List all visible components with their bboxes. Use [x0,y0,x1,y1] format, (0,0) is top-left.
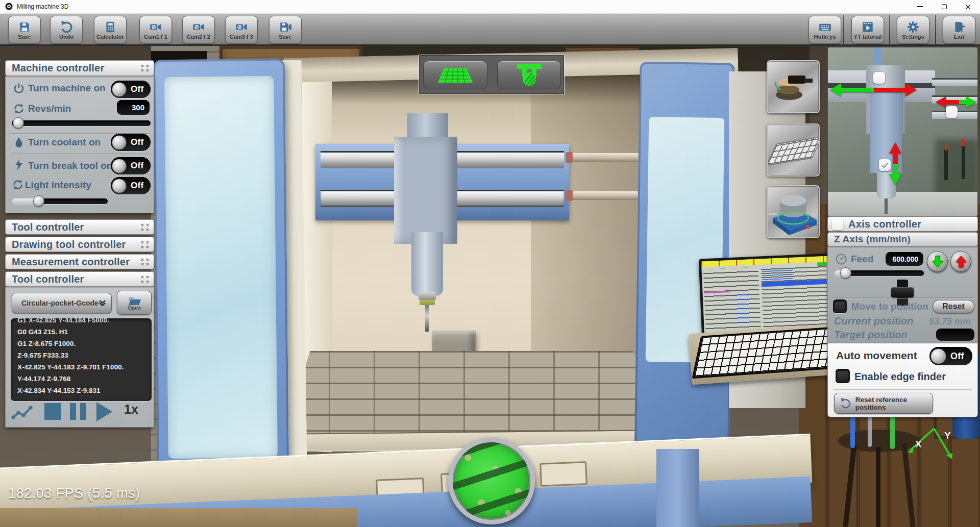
revs-value[interactable]: 300 [117,100,150,115]
drawing-tool-controller-collapsed[interactable]: Drawing tool controller [5,237,154,252]
open-button-label: Open [128,305,141,311]
thumbnail-edge-finder-tool[interactable] [767,60,820,113]
play-button[interactable] [96,402,112,421]
save-button[interactable]: Save [8,16,41,44]
footer-divider [834,389,972,390]
move-to-position-checkbox[interactable] [833,299,847,313]
yt-tutorial-button[interactable]: YT tutorial [851,16,884,44]
gcode-listing[interactable]: G1 X-42.825 Y-44.184 F5000. G0 G43 Z15. … [11,318,152,401]
machine-leg-right [656,449,699,527]
machine-controller-header[interactable]: Machine controller [5,60,154,76]
close-button[interactable] [957,0,979,13]
expand-collapse-icon[interactable] [140,241,150,248]
show-spindle-button[interactable] [497,61,561,89]
gcode-select-dropdown[interactable]: Circular-pocket-Gcode [12,293,112,313]
reset-button[interactable]: Reset [933,300,974,313]
thumbnail-rotary-table[interactable] [767,185,820,238]
light-slider-knob[interactable] [33,195,44,207]
expand-collapse-icon[interactable] [140,258,150,266]
target-position-input[interactable] [936,329,974,341]
show-table-button[interactable] [423,61,487,89]
edge-finder-checkbox[interactable] [836,369,850,383]
minimize-icon [917,6,923,7]
toggle-knob [930,348,946,364]
cam1-button[interactable]: Cam1 F1 [139,16,172,44]
exit-button[interactable]: Exit [943,16,975,44]
axis-controller-body: Feed 600.000 Move to position Reset Curr… [827,246,978,343]
cam3-button[interactable]: Cam3 F3 [225,16,258,44]
break-tool-toggle[interactable]: Off [111,157,151,174]
calculator-button[interactable]: Calculator [94,16,127,44]
machine-table [284,351,659,434]
revs-slider[interactable] [12,120,151,126]
coolant-label: Turn coolant on [28,137,101,148]
hotkeys-button[interactable]: Hotkeys [808,16,841,44]
axis-viewport[interactable] [827,47,978,216]
playback-speed[interactable]: 1x [124,402,138,417]
reset-reference-button[interactable]: Reset reference positions [834,393,933,414]
cam2-button[interactable]: Cam2 F2 [182,16,215,44]
cnc-screen-blue-numbers [734,292,751,323]
open-gcode-button[interactable]: Open [117,291,152,315]
auto-movement-toggle[interactable]: Off [929,347,972,365]
toggle-state: Off [131,84,143,94]
axis-controller-checkbox[interactable] [832,219,843,230]
settings-button[interactable]: Settings [897,16,929,44]
y-axis-checkbox[interactable] [946,106,958,118]
measurement-controller-collapsed[interactable]: Measurement controller [5,254,154,269]
divider [10,154,150,155]
feed-label: Feed [851,254,873,265]
gcode-line: G1 Z-8.675 F1000. [17,338,145,349]
tool-controller-collapsed[interactable]: Tool controller [5,219,154,235]
toolbar-button-label: Save [18,34,31,40]
z-axis-checkbox[interactable] [879,159,891,171]
expand-collapse-icon[interactable] [140,275,150,283]
maximize-icon [942,4,947,9]
spindle-tool [425,305,429,332]
titlebar: Milling machine 3D [0,0,980,13]
undo-button[interactable]: Undo [50,16,83,44]
x-axis-checkbox[interactable] [873,72,885,84]
stop-button[interactable] [44,403,61,420]
cnc-screen-left-text [703,267,761,334]
revs-slider-knob[interactable] [13,117,24,129]
z-up-button[interactable] [950,251,971,272]
feed-slider-knob[interactable] [840,267,851,279]
save-camera-button[interactable]: Save [269,16,302,44]
toolbar-button-label: Cam2 F2 [187,34,210,40]
minimize-button[interactable] [909,0,931,13]
axis-arrows-overlay[interactable] [828,47,978,216]
check-icon [881,162,889,168]
toolbar-button-label: Settings [902,34,924,40]
toggle-knob [112,159,127,173]
cnc-screen-blue-links [762,268,793,281]
thumbnail-keyboard[interactable] [767,123,820,177]
feed-slider[interactable] [834,270,924,276]
pause-button[interactable] [70,403,86,420]
coolant-toggle[interactable]: Off [111,134,151,151]
feed-value[interactable]: 600.000 [886,252,923,266]
feed-value-text: 600.000 [892,255,918,263]
revs-label: Revs/min [28,103,71,114]
maximize-button[interactable] [933,0,955,13]
expand-collapse-icon[interactable] [140,223,150,231]
gantry-rod-right-2 [569,191,641,200]
light-toggle[interactable]: Off [111,177,151,194]
machine-controller-body: Turn machine on Off Revs/min 300 Turn co… [5,76,154,213]
calculator-icon [104,20,117,34]
z-down-button[interactable] [927,251,948,272]
magnifier-lens [448,438,535,524]
video-player-icon [861,20,874,34]
light-slider[interactable] [12,198,108,204]
pause-bar [80,403,86,420]
toolpath-chart-icon[interactable] [11,403,33,422]
machine-on-toggle[interactable]: Off [111,81,151,98]
axis-controller-header[interactable]: Axis controller [827,216,978,232]
z-axis-header[interactable]: Z Axis (mm/min) [827,232,978,246]
current-position-value: 53.75 mm [929,316,971,327]
tool-controller-header[interactable]: Tool controller [5,271,154,287]
expand-collapse-icon[interactable] [140,64,150,72]
exit-door-icon [952,20,966,34]
panel-title: Drawing tool controller [6,239,126,250]
z-jog-handle[interactable] [891,287,914,297]
